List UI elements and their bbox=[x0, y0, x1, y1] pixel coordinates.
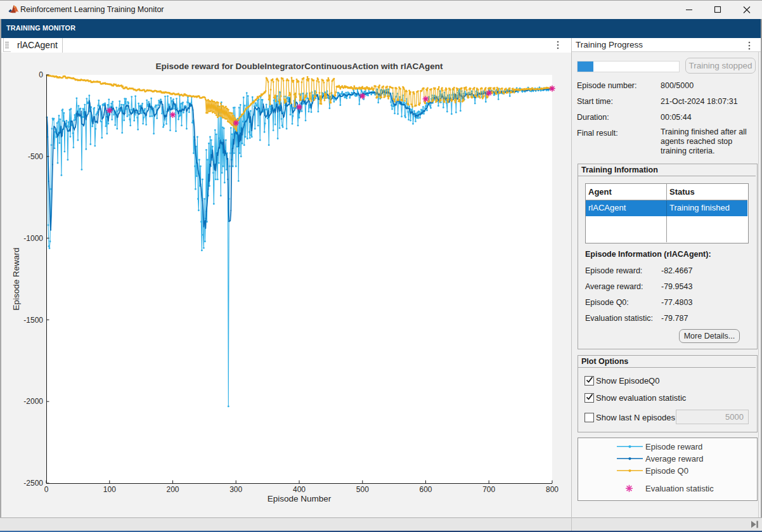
svg-text:-2500: -2500 bbox=[23, 479, 43, 488]
svg-text:Episode Number: Episode Number bbox=[268, 494, 332, 503]
svg-text:Episode Q0: Episode Q0 bbox=[645, 466, 688, 476]
svg-text:-1000: -1000 bbox=[23, 234, 43, 243]
svg-text:600: 600 bbox=[419, 485, 432, 494]
svg-text:Average reward: Average reward bbox=[645, 454, 704, 464]
svg-text:Evaluation statistic: Evaluation statistic bbox=[645, 484, 714, 493]
svg-text:-1500: -1500 bbox=[23, 316, 43, 325]
svg-text:Episode reward: Episode reward bbox=[645, 442, 702, 451]
svg-text:400: 400 bbox=[293, 485, 306, 494]
svg-text:Episode reward for DoubleInteg: Episode reward for DoubleIntegratorConti… bbox=[155, 62, 443, 71]
svg-text:300: 300 bbox=[229, 485, 242, 494]
svg-text:800: 800 bbox=[546, 485, 559, 494]
svg-text:200: 200 bbox=[166, 485, 179, 494]
svg-text:Episode Reward: Episode Reward bbox=[11, 247, 21, 310]
svg-text:-2000: -2000 bbox=[23, 397, 43, 406]
svg-text:-500: -500 bbox=[28, 152, 43, 161]
svg-text:0: 0 bbox=[39, 70, 43, 79]
svg-text:500: 500 bbox=[356, 485, 369, 494]
svg-text:0: 0 bbox=[44, 485, 49, 494]
svg-text:700: 700 bbox=[482, 485, 495, 494]
svg-text:100: 100 bbox=[103, 485, 116, 494]
